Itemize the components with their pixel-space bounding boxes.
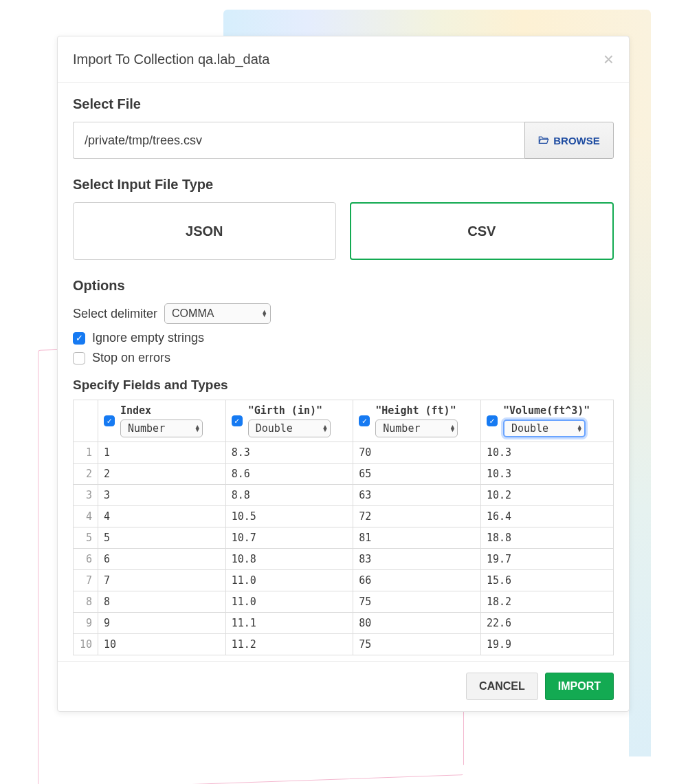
column-include-checkbox[interactable]: ✓ (359, 415, 370, 426)
table-row: 101011.27519.9 (74, 634, 614, 655)
chevron-updown-icon: ▲▼ (323, 425, 326, 432)
column-type-select[interactable]: Number▲▼ (375, 420, 458, 437)
data-cell: 11.2 (225, 634, 353, 655)
table-row: 5510.78118.8 (74, 527, 614, 549)
file-type-csv-button[interactable]: CSV (350, 202, 614, 260)
table-row: 228.66510.3 (74, 464, 614, 485)
data-cell: 4 (98, 506, 226, 527)
chevron-updown-icon: ▲▼ (451, 425, 454, 432)
data-cell: 15.6 (480, 570, 613, 591)
browse-button[interactable]: BROWSE (524, 122, 614, 159)
rownum-cell: 1 (74, 442, 98, 464)
cancel-button[interactable]: CANCEL (466, 673, 538, 700)
data-cell: 19.9 (480, 634, 613, 655)
file-type-heading: Select Input File Type (73, 177, 614, 193)
data-cell: 8.3 (225, 442, 353, 464)
rownum-cell: 10 (74, 634, 98, 655)
rownum-cell: 8 (74, 591, 98, 613)
delimiter-select[interactable]: COMMA ▲▼ (164, 303, 271, 324)
rownum-cell: 4 (74, 506, 98, 527)
data-cell: 9 (98, 613, 226, 634)
rownum-cell: 5 (74, 527, 98, 549)
column-type-value: Double (256, 422, 293, 435)
table-row: 8811.07518.2 (74, 591, 614, 613)
table-row: 118.37010.3 (74, 442, 614, 464)
import-modal: Import To Collection qa.lab_data × Selec… (57, 36, 630, 712)
column-type-value: Double (511, 422, 548, 435)
column-header: ✓"Volume(ft^3)"Double▲▼ (480, 400, 613, 442)
stop-on-errors-checkbox[interactable] (73, 352, 85, 364)
column-include-checkbox[interactable]: ✓ (232, 415, 243, 426)
data-cell: 16.4 (480, 506, 613, 527)
data-cell: 18.2 (480, 591, 613, 613)
data-cell: 1 (98, 442, 226, 464)
modal-title: Import To Collection qa.lab_data (73, 52, 269, 67)
column-type-value: Number (383, 422, 420, 435)
rownum-cell: 3 (74, 485, 98, 506)
column-header: ✓"Height (ft)"Number▲▼ (353, 400, 481, 442)
delimiter-label: Select delimiter (73, 307, 157, 321)
column-header: ✓IndexNumber▲▼ (98, 400, 226, 442)
data-cell: 8 (98, 591, 226, 613)
modal-footer: CANCEL IMPORT (58, 661, 629, 711)
data-cell: 19.7 (480, 549, 613, 570)
data-cell: 75 (353, 634, 481, 655)
chevron-updown-icon: ▲▼ (196, 425, 199, 432)
data-cell: 6 (98, 549, 226, 570)
data-cell: 7 (98, 570, 226, 591)
table-row: 6610.88319.7 (74, 549, 614, 570)
data-cell: 10.5 (225, 506, 353, 527)
browse-label: BROWSE (553, 135, 600, 146)
file-path-input[interactable] (73, 122, 524, 159)
data-cell: 70 (353, 442, 481, 464)
data-cell: 66 (353, 570, 481, 591)
column-include-checkbox[interactable]: ✓ (487, 415, 498, 426)
modal-body: Select File BROWSE Select Input File Typ… (58, 83, 629, 661)
data-cell: 11.0 (225, 591, 353, 613)
select-file-heading: Select File (73, 96, 614, 112)
fields-heading: Specify Fields and Types (73, 378, 614, 393)
rownum-cell: 7 (74, 570, 98, 591)
rownum-cell: 6 (74, 549, 98, 570)
file-type-row: JSON CSV (73, 202, 614, 260)
rownum-cell: 9 (74, 613, 98, 634)
file-row: BROWSE (73, 122, 614, 159)
file-type-json-button[interactable]: JSON (73, 202, 336, 260)
data-cell: 65 (353, 464, 481, 485)
column-type-select[interactable]: Number▲▼ (120, 420, 203, 437)
data-cell: 3 (98, 485, 226, 506)
table-row: 7711.06615.6 (74, 570, 614, 591)
table-body: 118.37010.3228.66510.3338.86310.24410.57… (74, 442, 614, 655)
data-cell: 10.2 (480, 485, 613, 506)
modal-header: Import To Collection qa.lab_data × (58, 36, 629, 83)
data-cell: 10.3 (480, 442, 613, 464)
data-cell: 10.3 (480, 464, 613, 485)
data-cell: 83 (353, 549, 481, 570)
column-name: "Girth (in)" (248, 404, 348, 417)
stop-on-errors-row: Stop on errors (73, 351, 614, 365)
ignore-empty-checkbox[interactable]: ✓ (73, 332, 85, 345)
data-cell: 10 (98, 634, 226, 655)
background-gradient-right (629, 138, 651, 756)
delimiter-row: Select delimiter COMMA ▲▼ (73, 303, 614, 324)
data-cell: 11.1 (225, 613, 353, 634)
column-type-select[interactable]: Double▲▼ (503, 420, 586, 437)
data-cell: 18.8 (480, 527, 613, 549)
column-type-select[interactable]: Double▲▼ (248, 420, 331, 437)
close-icon[interactable]: × (603, 50, 614, 68)
column-name: Index (120, 404, 220, 417)
column-include-checkbox[interactable]: ✓ (104, 415, 115, 426)
column-type-value: Number (128, 422, 165, 435)
data-cell: 81 (353, 527, 481, 549)
table-row: 4410.57216.4 (74, 506, 614, 527)
data-cell: 80 (353, 613, 481, 634)
rownum-cell: 2 (74, 464, 98, 485)
table-header-row: ✓IndexNumber▲▼✓"Girth (in)"Double▲▼✓"Hei… (74, 400, 614, 442)
data-cell: 22.6 (480, 613, 613, 634)
import-button[interactable]: IMPORT (545, 673, 614, 700)
folder-open-icon (538, 135, 549, 146)
data-cell: 5 (98, 527, 226, 549)
stop-on-errors-label: Stop on errors (92, 351, 170, 365)
delimiter-value: COMMA (172, 307, 214, 320)
column-header: ✓"Girth (in)"Double▲▼ (225, 400, 353, 442)
